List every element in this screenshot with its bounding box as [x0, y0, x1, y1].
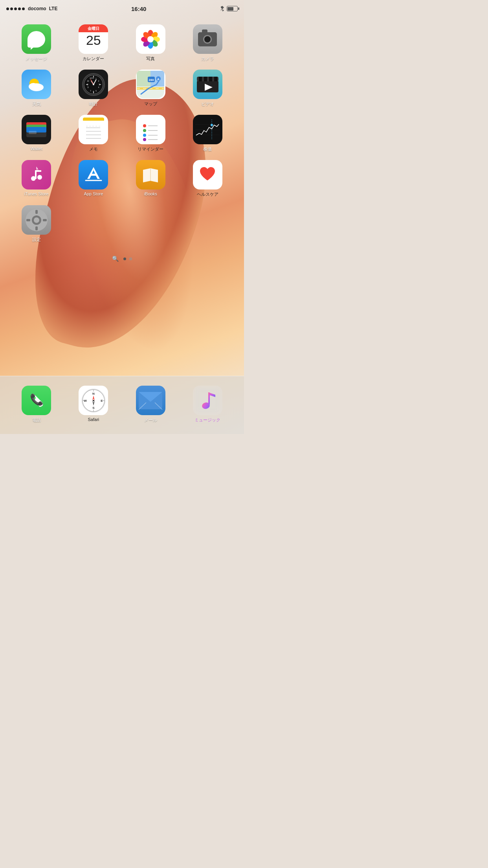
svg-text:S: S	[92, 406, 95, 410]
music-icon	[197, 389, 218, 412]
app-notes[interactable]: メモ	[65, 110, 122, 155]
svg-point-63	[143, 129, 146, 132]
svg-rect-43	[204, 77, 207, 81]
app-reminders[interactable]: リマインダー	[122, 110, 179, 155]
svg-text:2: 2	[98, 80, 99, 82]
app-camera[interactable]: カメラ	[179, 20, 236, 65]
battery-indicator	[227, 6, 238, 11]
reminders-icon	[139, 118, 162, 142]
calendar-day-of-week: 金曜日	[79, 24, 108, 32]
itunes-icon: ♪	[26, 165, 47, 185]
mail-icon	[138, 392, 163, 410]
app-settings-label: 設定	[32, 237, 41, 243]
app-videos[interactable]: ビデオ	[179, 65, 236, 110]
app-settings[interactable]: 設定	[8, 200, 65, 246]
photos-flower-icon	[140, 29, 161, 50]
svg-text:12: 12	[92, 77, 94, 79]
dock-app-music[interactable]: ミュージック	[179, 381, 236, 426]
dock-music-label: ミュージック	[194, 417, 220, 423]
app-weather-label: 天気	[32, 101, 41, 107]
svg-point-78	[37, 175, 42, 180]
calendar-day: 25	[79, 32, 108, 48]
svg-rect-80	[35, 170, 41, 172]
svg-text:W: W	[84, 399, 87, 403]
svg-text:5: 5	[95, 90, 97, 92]
svg-point-108	[93, 400, 94, 401]
phone-icon: 📞	[28, 392, 46, 410]
page-dot-1	[123, 257, 126, 260]
weather-icon	[26, 75, 47, 94]
svg-rect-88	[26, 219, 30, 221]
app-camera-label: カメラ	[201, 56, 214, 62]
app-messages[interactable]: メッセージ	[8, 20, 65, 65]
ibooks-icon	[140, 165, 161, 185]
app-maps[interactable]: 280 A マップ	[122, 65, 179, 110]
dock-mail-label: メール	[144, 417, 157, 423]
app-appstore-label: App Store	[84, 191, 103, 196]
dock-app-safari[interactable]: N S E W Safari	[65, 381, 122, 426]
app-photos-label: 写真	[146, 56, 155, 62]
app-wallet-label: Wallet	[31, 146, 42, 151]
svg-text:9: 9	[87, 83, 88, 85]
svg-text:3: 3	[99, 83, 100, 85]
app-itunes[interactable]: ♪ iTunes Store	[8, 155, 65, 200]
svg-point-85	[34, 217, 39, 223]
wallet-icon	[26, 121, 47, 138]
svg-rect-44	[209, 77, 212, 81]
svg-text:4: 4	[98, 86, 99, 88]
app-reminders-label: リマインダー	[138, 146, 163, 152]
maps-icon: 280 A	[137, 71, 164, 98]
svg-text:7: 7	[90, 90, 91, 92]
svg-text:📞: 📞	[29, 393, 43, 406]
app-stocks-label: 株価	[203, 146, 212, 152]
appstore-icon	[83, 164, 105, 186]
svg-text:8: 8	[88, 86, 89, 88]
app-clock[interactable]: 12 3 6 9 1 2 4 5 7 8 10 11	[65, 65, 122, 110]
svg-point-32	[93, 84, 94, 85]
svg-text:280: 280	[149, 78, 154, 82]
dock-app-phone[interactable]: 📞 電話	[8, 381, 65, 426]
carrier-name: docomo	[28, 6, 46, 11]
status-bar: docomo LTE 16:40	[0, 0, 244, 16]
svg-point-8	[147, 36, 154, 42]
svg-text:E: E	[101, 399, 103, 403]
app-wallet[interactable]: Wallet	[8, 110, 65, 155]
page-indicator: 🔍	[0, 250, 244, 268]
dock-app-mail[interactable]: メール	[122, 381, 179, 426]
svg-rect-87	[35, 226, 38, 230]
network-type: LTE	[49, 6, 58, 11]
app-empty-1	[65, 200, 122, 246]
app-calendar[interactable]: 金曜日 25 カレンダー	[65, 20, 122, 65]
page-dot-2	[129, 257, 132, 260]
svg-text:6: 6	[93, 90, 94, 93]
app-videos-label: ビデオ	[201, 101, 214, 107]
app-health[interactable]: ヘルスケア	[179, 155, 236, 200]
stocks-icon	[195, 120, 220, 140]
spotlight-search-icon[interactable]: 🔍	[112, 256, 119, 262]
settings-icon	[25, 209, 48, 232]
app-weather[interactable]: 天気	[8, 65, 65, 110]
svg-rect-42	[199, 77, 202, 81]
app-appstore[interactable]: App Store	[65, 155, 122, 200]
svg-text:11: 11	[90, 77, 92, 79]
dock-safari-label: Safari	[88, 417, 99, 422]
dock-phone-label: 電話	[32, 417, 41, 423]
notes-icon	[81, 118, 106, 142]
svg-rect-86	[35, 210, 38, 214]
app-photos[interactable]: 写真	[122, 20, 179, 65]
status-time: 16:40	[131, 6, 146, 12]
svg-rect-45	[214, 77, 217, 81]
bluetooth-icon	[220, 6, 225, 12]
video-icon	[197, 77, 218, 92]
svg-text:A: A	[157, 77, 160, 81]
svg-rect-89	[43, 219, 47, 221]
app-messages-label: メッセージ	[26, 56, 47, 62]
svg-point-67	[143, 138, 146, 141]
app-notes-label: メモ	[89, 146, 98, 152]
app-itunes-label: iTunes Store	[24, 191, 49, 196]
app-empty-2	[122, 200, 179, 246]
dock: 📞 電話 N S	[0, 376, 244, 434]
app-ibooks[interactable]: iBooks	[122, 155, 179, 200]
app-stocks[interactable]: 株価	[179, 110, 236, 155]
svg-point-65	[143, 134, 146, 137]
